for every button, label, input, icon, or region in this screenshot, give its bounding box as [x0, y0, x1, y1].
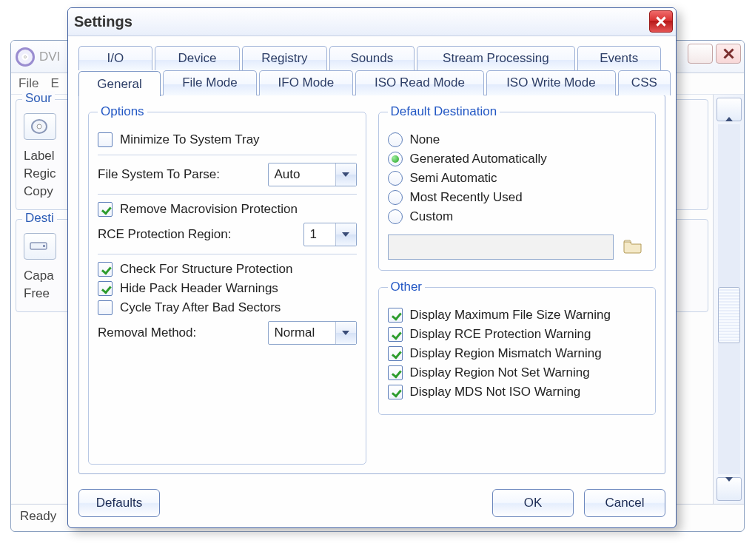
other-checkbox-label: Display Region Not Set Warning	[410, 365, 590, 380]
removal-method-value: Normal	[269, 325, 335, 340]
dialog-footer: Defaults OK Cancel	[68, 482, 676, 527]
tab-row-2: General File Mode IFO Mode ISO Read Mode…	[78, 70, 665, 95]
destination-radio-semi-automatic[interactable]	[388, 171, 403, 186]
scroll-thumb[interactable]	[718, 287, 740, 343]
dialog-titlebar[interactable]: Settings	[68, 8, 676, 36]
tab-ifo-mode[interactable]: IFO Mode	[259, 70, 353, 95]
source-drive-button[interactable]	[24, 113, 56, 140]
svg-point-1	[37, 124, 41, 129]
chevron-down-icon	[725, 482, 733, 496]
tab-iso-write-mode[interactable]: ISO Write Mode	[486, 70, 615, 95]
destination-radio-generated-automatically[interactable]	[388, 152, 403, 166]
rce-region-select[interactable]: 1	[303, 223, 357, 246]
tab-file-mode[interactable]: File Mode	[163, 70, 257, 95]
tab-row-1: I/O Device Registry Sounds Stream Proces…	[78, 45, 665, 70]
destination-radio-label: Custom	[410, 209, 454, 224]
destination-radio-label: Semi Automatic	[410, 171, 497, 186]
other-group: Other Display Maximum File Size WarningD…	[378, 280, 657, 415]
destination-legend: Desti	[22, 211, 57, 226]
other-checkbox-display-region-mismatch-warning[interactable]	[388, 346, 403, 361]
destination-radio-none[interactable]	[388, 132, 403, 147]
folder-icon	[623, 237, 643, 254]
scroll-down-button[interactable]	[717, 477, 742, 501]
other-checkbox-label: Display MDS Not ISO Warning	[410, 385, 581, 399]
file-system-value: Auto	[269, 167, 335, 182]
tab-registry[interactable]: Registry	[242, 46, 327, 70]
destination-drive-button[interactable]	[24, 233, 56, 260]
menu-e[interactable]: E	[50, 76, 58, 91]
dialog-close-button[interactable]	[649, 10, 673, 33]
hide-pack-header-checkbox[interactable]	[98, 281, 113, 296]
other-checkbox-label: Display RCE Protection Warning	[410, 327, 591, 342]
tab-device[interactable]: Device	[155, 46, 240, 70]
source-legend: Sour	[22, 91, 55, 106]
check-structure-label: Check For Structure Protection	[120, 262, 292, 277]
scroll-up-button[interactable]	[717, 98, 742, 121]
cycle-tray-label: Cycle Tray After Bad Sectors	[120, 300, 281, 315]
tab-panel-general: Options Minimize To System Tray File Sys…	[78, 95, 665, 474]
tab-events[interactable]: Events	[577, 46, 661, 70]
other-checkbox-display-rce-protection-warning[interactable]	[388, 327, 403, 342]
tab-iso-read-mode[interactable]: ISO Read Mode	[355, 70, 484, 95]
menu-file[interactable]: File	[19, 76, 38, 91]
destination-radio-label: Most Recently Used	[410, 190, 523, 205]
cycle-tray-checkbox[interactable]	[98, 300, 113, 315]
options-legend: Options	[98, 104, 147, 119]
rce-region-value: 1	[304, 227, 335, 242]
destination-radio-label: None	[410, 132, 440, 147]
other-legend: Other	[388, 280, 426, 294]
other-checkbox-display-maximum-file-size-warning[interactable]	[388, 308, 403, 323]
removal-method-label: Removal Method:	[98, 325, 196, 340]
default-destination-group: Default Destination NoneGenerated Automa…	[378, 104, 657, 271]
chevron-up-icon	[725, 102, 733, 117]
svg-rect-3	[43, 245, 45, 247]
defaults-button[interactable]: Defaults	[78, 489, 160, 517]
divider	[98, 254, 357, 254]
parent-close-button[interactable]	[716, 44, 741, 64]
remove-macrovision-label: Remove Macrovision Protection	[120, 202, 298, 217]
removal-method-select[interactable]: Normal	[268, 321, 357, 345]
chevron-down-icon	[335, 223, 356, 246]
parent-title: DVI	[39, 50, 60, 64]
parent-scrollbar[interactable]	[713, 95, 744, 504]
chevron-down-icon	[335, 322, 356, 344]
settings-dialog: Settings I/O Device Registry Sounds Stre…	[67, 7, 677, 528]
status-text: Ready	[20, 509, 56, 523]
other-checkbox-label: Display Maximum File Size Warning	[410, 308, 611, 323]
cancel-button[interactable]: Cancel	[584, 489, 665, 517]
other-checkbox-display-mds-not-iso-warning[interactable]	[388, 385, 403, 399]
tab-general[interactable]: General	[78, 71, 161, 96]
file-system-select[interactable]: Auto	[268, 163, 357, 186]
tab-stream-processing[interactable]: Stream Processing	[417, 46, 575, 70]
custom-path-input[interactable]	[388, 235, 614, 260]
rce-region-label: RCE Protection Region:	[98, 227, 231, 242]
hide-pack-header-label: Hide Pack Header Warnings	[120, 281, 278, 296]
default-destination-legend: Default Destination	[388, 104, 500, 119]
close-icon	[656, 16, 666, 27]
check-structure-checkbox[interactable]	[98, 262, 113, 277]
file-system-label: File System To Parse:	[98, 167, 220, 182]
disc-icon	[16, 47, 35, 67]
destination-radio-most-recently-used[interactable]	[388, 190, 403, 205]
minimize-tray-label: Minimize To System Tray	[120, 132, 260, 147]
ok-button[interactable]: OK	[492, 489, 574, 517]
tab-css[interactable]: CSS	[618, 70, 671, 95]
other-checkbox-label: Display Region Mismatch Warning	[410, 346, 602, 361]
parent-minimize-button[interactable]	[688, 44, 713, 64]
options-group: Options Minimize To System Tray File Sys…	[88, 104, 366, 465]
divider	[98, 155, 357, 155]
dialog-title: Settings	[74, 13, 132, 30]
chevron-down-icon	[335, 163, 356, 186]
other-checkbox-display-region-not-set-warning[interactable]	[388, 365, 403, 380]
divider	[98, 194, 357, 195]
tab-sounds[interactable]: Sounds	[329, 46, 415, 70]
tab-io[interactable]: I/O	[78, 46, 152, 70]
browse-folder-button[interactable]	[620, 235, 646, 257]
remove-macrovision-checkbox[interactable]	[98, 202, 113, 217]
destination-radio-custom[interactable]	[388, 209, 403, 224]
destination-radio-label: Generated Automatically	[410, 152, 547, 166]
minimize-tray-checkbox[interactable]	[98, 132, 113, 147]
